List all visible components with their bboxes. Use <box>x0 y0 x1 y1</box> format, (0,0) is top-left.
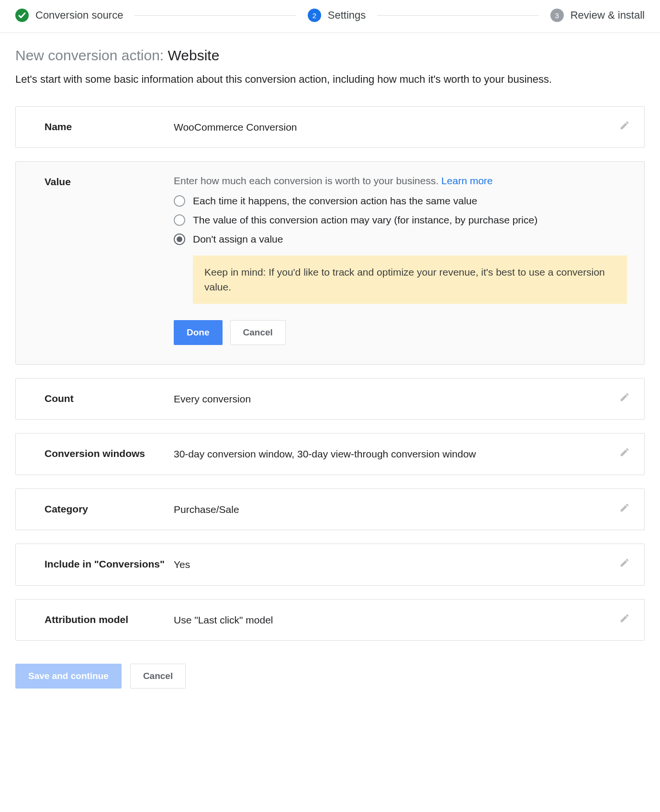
cancel-button[interactable]: Cancel <box>230 320 286 345</box>
card-label: Count <box>45 392 174 405</box>
radio-label: The value of this conversion action may … <box>193 214 537 226</box>
card-label: Value <box>45 175 174 189</box>
step-connector <box>377 15 538 16</box>
notice-banner: Keep in mind: If you'd like to track and… <box>193 256 627 304</box>
card-label: Category <box>45 502 174 516</box>
step-label: Review & install <box>571 9 645 22</box>
radio-no-value[interactable]: Don't assign a value <box>174 234 627 245</box>
radio-icon <box>174 195 185 207</box>
radio-icon <box>174 214 185 226</box>
card-label: Attribution model <box>45 613 174 626</box>
learn-more-link[interactable]: Learn more <box>441 175 492 186</box>
page-title: New conversion action: Website <box>15 47 645 64</box>
card-value: Every conversion <box>174 392 627 406</box>
title-suffix: Website <box>168 47 220 63</box>
help-text-content: Enter how much each conversion is worth … <box>174 175 441 186</box>
intro-text: Let's start with some basic information … <box>15 72 645 87</box>
card-label: Include in "Conversions" <box>45 557 174 571</box>
card-value: WooCommerce Conversion <box>174 120 627 134</box>
radio-label: Each time it happens, the conversion act… <box>193 195 477 207</box>
pencil-icon[interactable] <box>619 502 630 513</box>
conversion-windows-card: Conversion windows 30-day conversion win… <box>15 433 645 475</box>
radio-varying-value[interactable]: The value of this conversion action may … <box>174 214 627 226</box>
wizard-stepper: Conversion source 2 Settings 3 Review & … <box>0 0 660 33</box>
title-prefix: New conversion action: <box>15 47 168 63</box>
radio-same-value[interactable]: Each time it happens, the conversion act… <box>174 195 627 207</box>
step-number-icon: 3 <box>550 9 564 22</box>
step-label: Conversion source <box>35 9 123 22</box>
help-text: Enter how much each conversion is worth … <box>174 175 627 187</box>
step-review-install[interactable]: 3 Review & install <box>550 9 645 22</box>
value-card: Value Enter how much each conversion is … <box>15 161 645 365</box>
radio-label: Don't assign a value <box>193 234 283 245</box>
value-radio-group: Each time it happens, the conversion act… <box>174 195 627 245</box>
step-conversion-source[interactable]: Conversion source <box>15 9 123 22</box>
check-icon <box>15 9 29 22</box>
step-label: Settings <box>328 9 366 22</box>
name-card: Name WooCommerce Conversion <box>15 106 645 148</box>
card-label: Conversion windows <box>45 447 174 460</box>
count-card: Count Every conversion <box>15 378 645 420</box>
card-value: Purchase/Sale <box>174 502 627 516</box>
card-value: Yes <box>174 557 627 571</box>
radio-icon <box>174 234 185 245</box>
step-number-icon: 2 <box>308 9 321 22</box>
card-value: 30-day conversion window, 30-day view-th… <box>174 447 627 461</box>
save-and-continue-button[interactable]: Save and continue <box>15 664 122 689</box>
done-button[interactable]: Done <box>174 320 223 345</box>
pencil-icon[interactable] <box>619 613 630 623</box>
step-connector <box>134 15 296 16</box>
card-label: Name <box>45 120 174 133</box>
category-card: Category Purchase/Sale <box>15 489 645 530</box>
pencil-icon[interactable] <box>619 557 630 568</box>
step-settings[interactable]: 2 Settings <box>308 9 366 22</box>
card-value: Use "Last click" model <box>174 613 627 627</box>
include-conversions-card: Include in "Conversions" Yes <box>15 544 645 585</box>
pencil-icon[interactable] <box>619 447 630 457</box>
cancel-button[interactable]: Cancel <box>130 664 186 689</box>
pencil-icon[interactable] <box>619 392 630 402</box>
attribution-model-card: Attribution model Use "Last click" model <box>15 599 645 641</box>
pencil-icon[interactable] <box>619 120 630 131</box>
